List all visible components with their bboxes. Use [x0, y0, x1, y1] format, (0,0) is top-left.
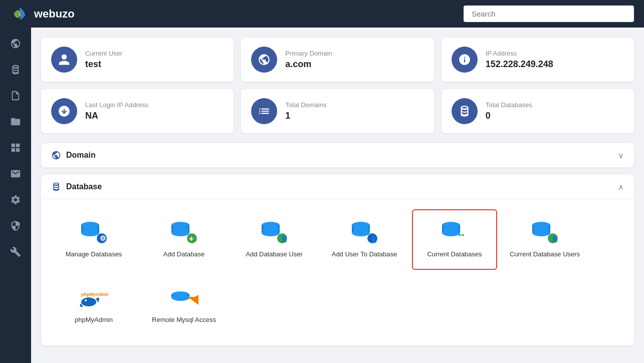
info-cards: Current User test Primary Domain a.com [41, 38, 634, 133]
add-database-user-label: Add Database User [246, 250, 302, 259]
sidebar-item-globe[interactable] [5, 33, 27, 55]
ip-address-text: IP Address 152.228.249.248 [486, 50, 553, 70]
info-card-last-login: Last Login IP Address NA [41, 89, 234, 133]
last-login-label: Last Login IP Address [85, 101, 148, 109]
sidebar-item-file[interactable] [5, 85, 27, 107]
manage-databases-item[interactable]: ⚙ Manage Databases [51, 209, 136, 270]
domain-title: Domain [51, 150, 96, 160]
total-databases-text: Total Databases 0 [486, 101, 532, 121]
add-user-to-database-label: Add User To Database [332, 250, 397, 259]
add-database-label: Add Database [163, 250, 204, 259]
info-icon [452, 47, 478, 73]
svg-point-56 [81, 297, 96, 306]
svg-point-7 [81, 229, 99, 236]
database-chevron-icon: ∧ [618, 182, 624, 192]
info-card-total-databases: Total Databases 0 [442, 89, 634, 133]
svg-point-60 [171, 294, 189, 301]
current-database-users-item[interactable]: 👤 Current Database Users [502, 209, 587, 270]
svg-text:phpMyAdmin: phpMyAdmin [81, 292, 109, 297]
database-panel-header[interactable]: Database ∧ [41, 175, 634, 199]
svg-text:👤+: 👤+ [370, 236, 379, 243]
add-user-to-database-item[interactable]: 👤+ Add User To Database [322, 209, 407, 270]
svg-point-43 [442, 229, 460, 236]
add-database-item[interactable]: + Add Database [141, 209, 227, 270]
current-user-text: Current User test [85, 50, 122, 70]
primary-domain-text: Primary Domain a.com [285, 50, 332, 70]
main-content: Current User test Primary Domain a.com [31, 28, 644, 363]
database-title: Database [51, 182, 102, 192]
svg-point-34 [352, 229, 370, 236]
sidebar-item-database[interactable] [5, 59, 27, 81]
current-databases-label: Current Databases [427, 250, 482, 259]
logo-text: webuzo [34, 8, 75, 21]
sidebar [0, 28, 31, 363]
current-user-label: Current User [85, 50, 122, 57]
info-card-total-domains: Total Domains 1 [241, 89, 434, 133]
svg-point-25 [262, 229, 280, 236]
phpmyadmin-label: phpMyAdmin [75, 316, 113, 324]
current-user-value: test [85, 59, 122, 70]
sidebar-item-grid[interactable] [5, 137, 27, 159]
arrow-icon [51, 98, 77, 124]
svg-point-57 [85, 299, 87, 301]
total-domains-label: Total Domains [285, 101, 326, 109]
primary-domain-value: a.com [285, 59, 332, 70]
ip-address-value: 152.228.249.248 [486, 59, 553, 70]
ip-address-label: IP Address [486, 50, 553, 57]
sidebar-item-settings[interactable] [5, 189, 27, 211]
database-panel: Database ∧ ⚙ [41, 175, 634, 345]
sidebar-item-shield[interactable] [5, 215, 27, 237]
info-card-primary-domain: Primary Domain a.com [241, 38, 434, 82]
sidebar-item-wrench[interactable] [5, 241, 27, 263]
total-databases-label: Total Databases [486, 101, 532, 109]
user-icon [51, 47, 77, 73]
info-card-ip-address: IP Address 152.228.249.248 [442, 38, 634, 82]
manage-databases-label: Manage Databases [66, 250, 122, 259]
svg-text:👤: 👤 [280, 235, 288, 242]
domain-panel-header[interactable]: Domain ∨ [41, 143, 634, 167]
svg-text:⚙: ⚙ [100, 234, 106, 242]
remote-mysql-label: Remote Mysql Access [152, 316, 216, 324]
current-database-users-label: Current Database Users [510, 250, 580, 259]
info-card-current-user: Current User test [41, 38, 234, 82]
database-small-icon [452, 98, 478, 124]
current-databases-item[interactable]: Current Databases [412, 209, 497, 270]
remote-mysql-item[interactable]: Remote Mysql Access [141, 275, 227, 335]
primary-domain-label: Primary Domain [285, 50, 332, 57]
globe-icon [251, 47, 277, 73]
svg-point-16 [171, 229, 189, 236]
svg-text:👤: 👤 [551, 235, 558, 242]
svg-rect-45 [462, 234, 464, 236]
domain-chevron-icon: ∨ [618, 151, 624, 160]
total-databases-value: 0 [486, 111, 532, 121]
total-domains-value: 1 [285, 111, 326, 121]
search-input[interactable] [464, 6, 634, 22]
last-login-text: Last Login IP Address NA [85, 101, 148, 121]
add-database-user-item[interactable]: 👤 Add Database User [232, 209, 317, 270]
database-title-text: Database [66, 182, 102, 191]
svg-point-52 [532, 229, 550, 236]
total-domains-text: Total Domains 1 [285, 101, 326, 121]
database-grid: ⚙ Manage Databases + [41, 199, 634, 345]
sidebar-item-mail[interactable] [5, 163, 27, 185]
last-login-value: NA [85, 111, 148, 121]
sidebar-item-folder[interactable] [5, 111, 27, 133]
phpmyadmin-item[interactable]: phpMyAdmin phpMyAdmin [51, 275, 136, 335]
domain-panel: Domain ∨ [41, 143, 634, 167]
logo: webuzo [10, 5, 75, 24]
domain-title-text: Domain [66, 151, 96, 160]
svg-text:+: + [189, 234, 193, 243]
svg-rect-44 [459, 234, 461, 236]
list-icon [251, 98, 277, 124]
header: webuzo [0, 0, 644, 28]
